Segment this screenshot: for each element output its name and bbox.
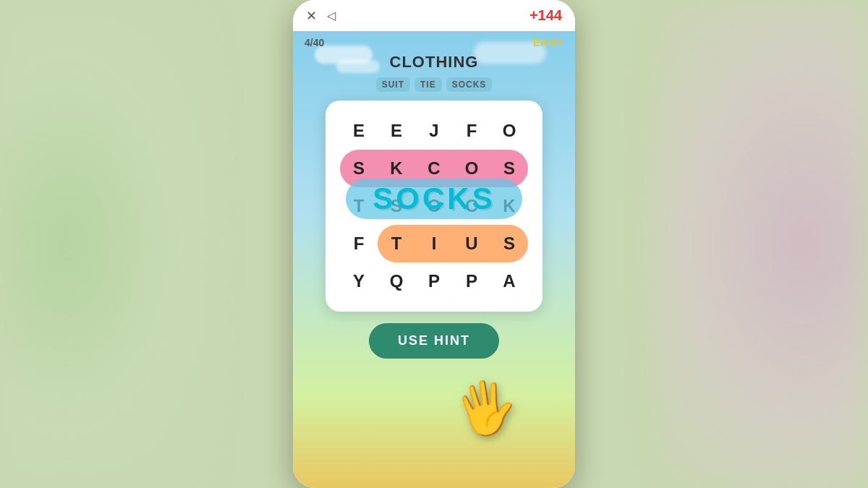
- score-display: +144: [529, 7, 562, 24]
- grid-row-0: E E J F O: [340, 112, 528, 150]
- progress-row: 4/40 EASY: [293, 31, 575, 51]
- cell-0-4[interactable]: O: [490, 112, 528, 150]
- grid-row-3: F T I U S: [340, 225, 528, 262]
- found-word-suit: SUIT: [376, 77, 410, 92]
- cell-3-2[interactable]: I: [415, 225, 453, 262]
- cell-3-3[interactable]: U: [453, 225, 490, 262]
- top-bar-icons: ✕ ◁: [306, 8, 336, 24]
- phone-container: ✕ ◁ +144 4/40 EASY CLOTHING SUIT TIE SOC…: [293, 0, 575, 488]
- game-area: 4/40 EASY CLOTHING SUIT TIE SOCKS E E J …: [293, 31, 575, 488]
- cloud-3: [336, 60, 380, 73]
- cell-0-2[interactable]: J: [415, 112, 453, 150]
- cell-4-0[interactable]: Y: [340, 262, 378, 300]
- sound-icon[interactable]: ◁: [327, 9, 336, 22]
- cell-4-3[interactable]: P: [453, 262, 490, 300]
- found-word-tie: TIE: [414, 77, 442, 92]
- cell-3-0[interactable]: F: [340, 225, 378, 262]
- progress-text: 4/40: [305, 37, 324, 48]
- close-icon[interactable]: ✕: [306, 8, 317, 24]
- use-hint-button[interactable]: USE HINT: [369, 323, 499, 359]
- found-words-row: SUIT TIE SOCKS: [376, 77, 493, 92]
- cell-3-1[interactable]: T: [378, 225, 415, 262]
- socks-word-overlay: SOCKS: [346, 179, 522, 219]
- cell-0-0[interactable]: E: [340, 112, 378, 150]
- top-bar: ✕ ◁ +144: [293, 0, 575, 31]
- background-blur-right: [651, 0, 868, 488]
- background-blur-left: [0, 0, 217, 488]
- cell-0-1[interactable]: E: [378, 112, 415, 150]
- cell-4-1[interactable]: Q: [378, 262, 415, 300]
- difficulty-badge: EASY: [533, 37, 563, 48]
- grid-card: E E J F O S K C O S: [326, 100, 542, 312]
- cell-0-3[interactable]: F: [453, 112, 490, 150]
- hand-cursor: 🖐: [450, 373, 522, 442]
- grid-row-4: Y Q P P A: [340, 262, 528, 300]
- found-word-socks: SOCKS: [446, 77, 493, 92]
- socks-overlay-text: SOCKS: [373, 181, 495, 216]
- category-title: CLOTHING: [390, 53, 479, 72]
- cell-3-4[interactable]: S: [490, 225, 528, 262]
- cell-4-2[interactable]: P: [415, 262, 453, 300]
- cell-4-4[interactable]: A: [490, 262, 528, 300]
